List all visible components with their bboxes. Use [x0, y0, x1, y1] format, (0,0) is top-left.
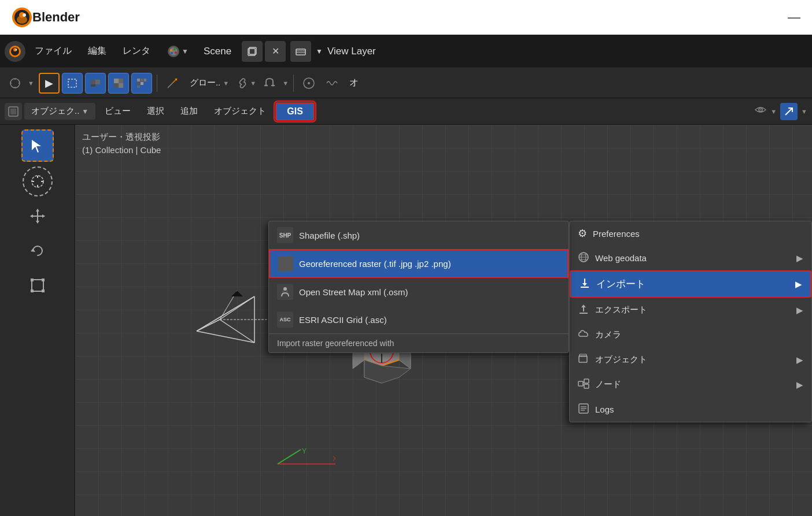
gis-btn[interactable]: GIS: [275, 102, 315, 121]
link-btn[interactable]: ▼: [236, 73, 257, 94]
svg-rect-29: [114, 79, 119, 83]
import-shapefile-item[interactable]: SHP Shapefile (.shp): [269, 221, 569, 249]
select-circle-icon: [113, 78, 124, 88]
svg-marker-62: [42, 214, 45, 218]
move-tool-btn[interactable]: [23, 201, 53, 231]
add-label: 追加: [180, 106, 198, 117]
gis-logs-item[interactable]: Logs: [570, 397, 811, 422]
view-layer-label: View Layer: [327, 46, 376, 57]
camera-label: カメラ: [595, 329, 621, 340]
import-georaster-item[interactable]: Georeferenced raster (.tif .jpg .jp2 .pn…: [269, 249, 569, 278]
svg-rect-28: [91, 84, 95, 87]
cursor-tool-btn[interactable]: ▶: [39, 73, 60, 94]
svg-rect-66: [42, 279, 45, 281]
select-box-icon: [67, 78, 77, 88]
svg-point-8: [16, 49, 17, 50]
main-area: ユーザー・透視投影 (1) Collection | Cube: [0, 125, 812, 516]
select-lasso-btn[interactable]: [85, 73, 106, 94]
arrow-icon-btn[interactable]: [780, 103, 798, 120]
more-label: オ: [349, 77, 359, 87]
arrow-chevron-btn[interactable]: ▼: [801, 108, 807, 115]
menu-paint-icon[interactable]: ▼: [160, 41, 195, 62]
object-icon: [578, 353, 589, 366]
svg-point-10: [169, 47, 178, 55]
gis-camera-item[interactable]: カメラ: [570, 322, 811, 347]
snap-magnet-btn[interactable]: [259, 73, 280, 94]
gis-web-geodata-item[interactable]: Web geodata ▶: [570, 246, 811, 270]
osm-label: Open Street Map xml (.osm): [299, 287, 408, 297]
gis-node-item[interactable]: ノード ▶: [570, 372, 811, 397]
add-btn[interactable]: 追加: [174, 103, 205, 120]
view-btn[interactable]: ビュー: [98, 103, 138, 120]
wave-btn[interactable]: [322, 73, 342, 94]
globe-icon: [578, 251, 589, 265]
gis-import-item[interactable]: インポート ▶: [570, 270, 811, 298]
snap-to-btn[interactable]: [5, 73, 25, 94]
globe-svg-icon: [578, 251, 589, 263]
magnet-icon: [263, 77, 276, 90]
preferences-label: Preferences: [593, 229, 640, 239]
select-circle-btn[interactable]: [108, 73, 129, 94]
svg-rect-65: [31, 279, 34, 281]
logs-svg-icon: [578, 403, 589, 414]
svg-point-14: [171, 52, 173, 54]
close-scene-button[interactable]: ✕: [265, 41, 286, 62]
svg-marker-63: [31, 248, 35, 252]
copy-scene-button[interactable]: [242, 41, 263, 62]
object-mode-btn[interactable]: オブジェク.. ▼: [24, 103, 95, 120]
minimize-button[interactable]: —: [788, 10, 800, 25]
object-mode-icon-btn[interactable]: [5, 103, 22, 120]
svg-marker-77: [231, 291, 243, 296]
menu-edit[interactable]: 編集: [81, 42, 113, 61]
eye-chevron-btn[interactable]: ▼: [770, 108, 777, 115]
svg-rect-34: [141, 79, 143, 81]
svg-marker-100: [581, 305, 586, 307]
frame-tool-btn[interactable]: [23, 270, 53, 300]
global-transform-btn[interactable]: グロー.. ▼: [185, 75, 234, 91]
node-arrow-icon: ▶: [796, 380, 803, 390]
cursor-active-btn[interactable]: [21, 129, 54, 162]
menu-file[interactable]: ファイル: [28, 42, 79, 61]
proportional-btn[interactable]: [298, 73, 319, 94]
crosshair-btn[interactable]: [23, 166, 53, 196]
rotate-tool-btn[interactable]: [23, 236, 53, 266]
svg-rect-32: [119, 83, 123, 88]
collection-label: (1) Collection | Cube: [82, 145, 161, 155]
menu-bar: ファイル 編集 レンタ ▼ Scene ✕: [0, 35, 812, 68]
transform-btn[interactable]: [162, 73, 183, 94]
close-icon: ✕: [272, 46, 279, 57]
right-icons: ▼ ▼: [754, 103, 807, 120]
gis-preferences-item[interactable]: ⚙ Preferences: [570, 221, 811, 246]
svg-line-88: [278, 450, 301, 464]
eye-icon-btn[interactable]: [754, 103, 767, 119]
title-bar: Blender —: [0, 0, 812, 35]
view-layer-chevron[interactable]: ▼: [315, 46, 324, 57]
gis-export-item[interactable]: エクスポート ▶: [570, 298, 811, 322]
object-label: オブジェクト: [214, 106, 266, 117]
view-layer-icon-btn[interactable]: [290, 41, 311, 62]
svg-point-115: [286, 290, 288, 292]
select4-btn[interactable]: [131, 73, 152, 94]
target-icon: [29, 173, 46, 190]
import-esri-item[interactable]: ASC ESRI ASCII Grid (.asc): [269, 306, 569, 333]
gis-object-item[interactable]: オブジェクト ▶: [570, 347, 811, 372]
svg-rect-27: [95, 80, 100, 84]
app-name: Blender: [32, 10, 80, 25]
object-btn[interactable]: オブジェクト: [207, 103, 273, 120]
svg-rect-37: [141, 82, 143, 85]
select-btn[interactable]: 選択: [140, 103, 171, 120]
more-btn[interactable]: オ: [345, 74, 363, 92]
import-label: インポート: [596, 277, 645, 291]
blender-small-icon: [9, 45, 21, 58]
blender-menu-icon[interactable]: [5, 41, 25, 62]
scene-selector[interactable]: Scene: [198, 43, 237, 60]
svg-point-11: [170, 49, 172, 51]
svg-rect-30: [119, 79, 123, 83]
frame-icon: [29, 277, 46, 294]
link-icon: [237, 77, 249, 90]
select-label: 選択: [147, 106, 164, 117]
menu-render[interactable]: レンタ: [116, 42, 157, 61]
import-osm-item[interactable]: Open Street Map xml (.osm): [269, 278, 569, 306]
svg-point-45: [308, 82, 310, 84]
select-box-btn[interactable]: [62, 73, 83, 94]
